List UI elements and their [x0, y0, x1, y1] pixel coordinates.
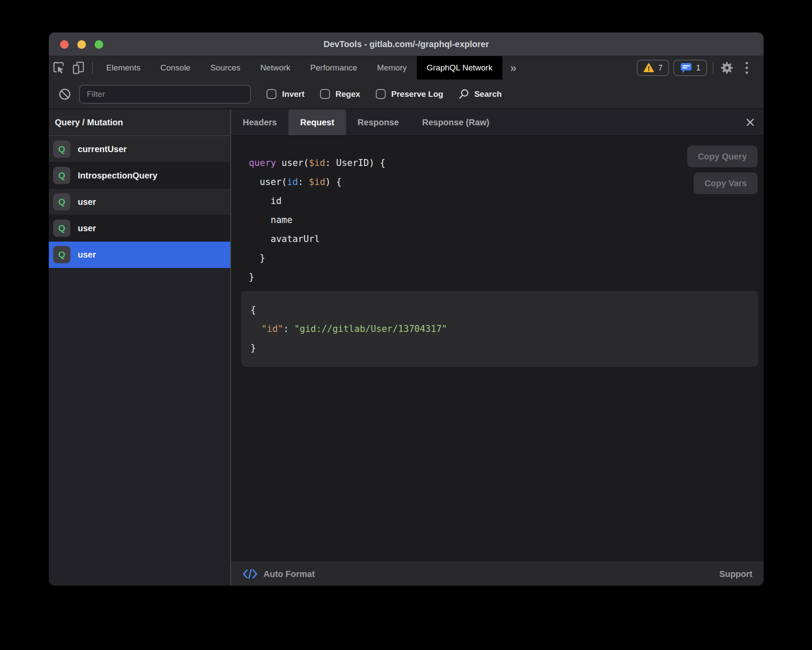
- tab-sources[interactable]: Sources: [200, 56, 251, 80]
- search-toggle[interactable]: Search: [458, 88, 501, 100]
- minimize-window-button[interactable]: [77, 40, 86, 49]
- tab-graphql-network[interactable]: GraphQL Network: [417, 56, 502, 80]
- close-icon: [745, 118, 755, 127]
- toolbar-divider: [713, 62, 714, 74]
- query-list-item-user-1[interactable]: Q user: [49, 189, 230, 215]
- tab-performance[interactable]: Performance: [300, 56, 367, 80]
- warnings-count: 7: [658, 63, 663, 73]
- detail-tab-request[interactable]: Request: [289, 109, 346, 135]
- query-item-label: user: [78, 250, 96, 260]
- more-tabs-button[interactable]: »: [502, 56, 524, 80]
- settings-button[interactable]: [717, 61, 737, 74]
- message-icon: [680, 62, 692, 73]
- query-list: Q currentUser Q IntrospectionQuery Q use…: [49, 136, 230, 268]
- tab-elements[interactable]: Elements: [96, 56, 150, 80]
- regex-checkbox-group[interactable]: Regex: [320, 89, 360, 99]
- device-toolbar-icon: [72, 61, 86, 75]
- copy-query-button[interactable]: Copy Query: [687, 146, 758, 167]
- regex-checkbox[interactable]: [320, 89, 330, 99]
- query-variables-box: { "id": "gid://gitlab/User/13704317"}: [241, 291, 758, 367]
- toolbar-divider: [92, 62, 93, 74]
- graphql-query-code: query user($id: UserID) { user(id: $id) …: [249, 153, 764, 287]
- traffic-lights: [60, 40, 103, 49]
- more-options-button[interactable]: [737, 61, 757, 75]
- query-item-label: user: [78, 223, 96, 233]
- query-list-item-user-3-selected[interactable]: Q user: [49, 242, 230, 268]
- close-detail-button[interactable]: [737, 109, 764, 135]
- copy-vars-button[interactable]: Copy Vars: [694, 172, 758, 194]
- query-variables-code: { "id": "gid://gitlab/User/13704317"}: [251, 300, 749, 357]
- query-type-badge: Q: [53, 167, 70, 184]
- inspect-element-button[interactable]: [49, 56, 69, 80]
- request-detail-panel: Headers Request Response Response (Raw) …: [231, 109, 764, 586]
- query-type-badge: Q: [53, 193, 70, 210]
- support-link[interactable]: Support: [719, 569, 752, 579]
- block-icon: [58, 88, 71, 101]
- query-type-badge: Q: [53, 220, 70, 237]
- preserve-log-checkbox[interactable]: [376, 89, 386, 99]
- gear-icon: [720, 61, 733, 74]
- warnings-badge[interactable]: 7: [637, 60, 669, 76]
- query-list-item-currentuser[interactable]: Q currentUser: [49, 136, 230, 162]
- query-list-header: Query / Mutation: [49, 109, 230, 136]
- preserve-log-checkbox-group[interactable]: Preserve Log: [376, 89, 443, 99]
- query-list-item-introspectionquery[interactable]: Q IntrospectionQuery: [49, 162, 230, 189]
- window-title: DevTools - gitlab.com/-/graphql-explorer: [324, 39, 489, 49]
- detail-tab-response-raw[interactable]: Response (Raw): [410, 109, 501, 135]
- devtools-window: DevTools - gitlab.com/-/graphql-explorer…: [49, 32, 764, 586]
- inspect-cursor-icon: [52, 61, 66, 75]
- issues-count: 1: [696, 63, 701, 73]
- filter-input[interactable]: [79, 85, 251, 104]
- detail-tab-bar: Headers Request Response Response (Raw): [231, 109, 764, 136]
- request-content: Copy Query Copy Vars query user($id: Use…: [231, 136, 764, 562]
- query-item-label: currentUser: [78, 144, 127, 154]
- panel-footer: Auto Format Support: [231, 562, 764, 586]
- tab-console[interactable]: Console: [150, 56, 200, 80]
- window-titlebar: DevTools - gitlab.com/-/graphql-explorer: [49, 32, 764, 56]
- toggle-device-toolbar-button[interactable]: [69, 56, 89, 80]
- close-window-button[interactable]: [60, 40, 69, 49]
- query-type-badge: Q: [53, 246, 70, 263]
- tab-network[interactable]: Network: [251, 56, 301, 80]
- search-icon: [458, 88, 470, 100]
- filter-bar: Invert Regex Preserve Log Search: [49, 80, 764, 109]
- query-list-item-user-2[interactable]: Q user: [49, 215, 230, 242]
- query-item-label: user: [78, 197, 96, 207]
- code-brackets-icon: [242, 568, 258, 580]
- invert-checkbox[interactable]: [266, 89, 276, 99]
- clear-requests-button[interactable]: [57, 88, 72, 101]
- kebab-menu-icon: [745, 61, 749, 75]
- devtools-toolbar: Elements Console Sources Network Perform…: [49, 56, 764, 80]
- query-list-panel: Query / Mutation Q currentUser Q Introsp…: [49, 109, 231, 586]
- zoom-window-button[interactable]: [95, 40, 103, 49]
- auto-format-button[interactable]: Auto Format: [242, 568, 315, 580]
- invert-checkbox-group[interactable]: Invert: [266, 89, 304, 99]
- detail-tab-headers[interactable]: Headers: [231, 109, 289, 135]
- query-item-label: IntrospectionQuery: [78, 171, 157, 181]
- issues-badge[interactable]: 1: [673, 60, 707, 76]
- tab-memory[interactable]: Memory: [367, 56, 417, 80]
- warning-icon: [643, 63, 654, 73]
- query-type-badge: Q: [53, 140, 70, 158]
- detail-tab-response[interactable]: Response: [346, 109, 411, 135]
